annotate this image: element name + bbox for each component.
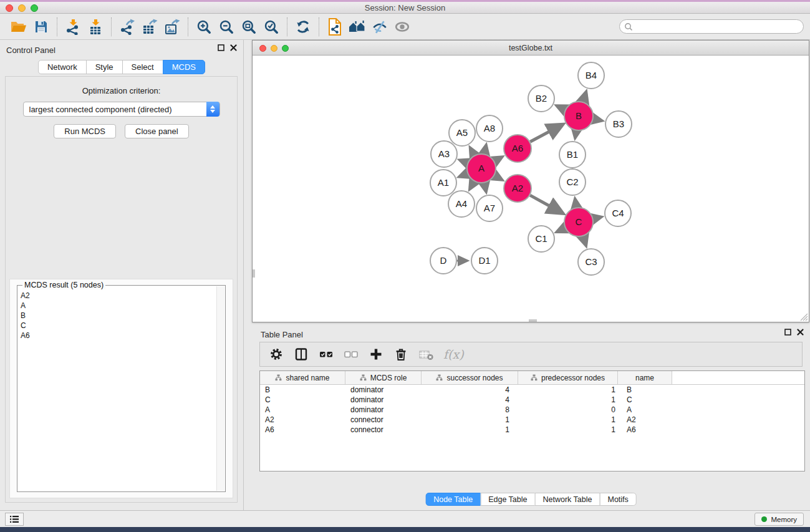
tab-node-table[interactable]: Node Table <box>425 493 481 506</box>
mcds-result-item[interactable]: C <box>21 321 225 331</box>
tab-select[interactable]: Select <box>122 60 163 74</box>
graph-node-C1[interactable]: C1 <box>528 226 554 252</box>
network-canvas[interactable]: AA1A2A3A4A5A6A7A8BB1B2B3B4CC1C2C3C4DD1 <box>253 56 809 322</box>
zoom-out-icon[interactable] <box>215 17 238 37</box>
open-file-icon[interactable] <box>7 17 30 37</box>
refresh-icon[interactable] <box>292 17 314 37</box>
export-network-icon[interactable] <box>116 17 138 37</box>
resize-grip[interactable] <box>800 313 808 321</box>
import-table-icon[interactable] <box>84 17 107 37</box>
graph-edge-B-B3[interactable] <box>594 119 602 121</box>
tab-network-table[interactable]: Network Table <box>535 493 600 506</box>
table-cell[interactable]: dominator <box>345 395 422 404</box>
graph-edge-A-A1[interactable] <box>460 173 467 177</box>
table-row[interactable]: Bdominator41B <box>260 385 804 395</box>
canvas-horizontal-scrollbar[interactable] <box>529 319 537 322</box>
graph-edge-C-C1[interactable] <box>557 228 566 232</box>
float-table-panel-icon[interactable] <box>784 329 791 336</box>
graph-node-B3[interactable]: B3 <box>605 111 632 137</box>
graph-node-A[interactable]: A <box>467 154 496 183</box>
show-panels-button[interactable] <box>5 513 24 526</box>
zoom-in-icon[interactable] <box>193 17 215 37</box>
mcds-result-item[interactable]: B <box>21 311 225 321</box>
graph-node-A2[interactable]: A2 <box>504 175 531 202</box>
table-cell[interactable]: connector <box>345 415 422 424</box>
graph-node-B2[interactable]: B2 <box>528 85 554 112</box>
graph-edge-A-A2[interactable] <box>494 176 502 180</box>
graph-node-A4[interactable]: A4 <box>448 191 475 217</box>
hide-details-icon[interactable] <box>369 17 391 37</box>
graph-edge-C-C3[interactable] <box>583 236 586 245</box>
result-list-scrollbar[interactable] <box>216 286 224 491</box>
graph-node-A5[interactable]: A5 <box>449 120 475 146</box>
graph-edge-A-A7[interactable] <box>485 183 486 191</box>
graph-edge-C-C2[interactable] <box>575 200 576 208</box>
graph-edge-A2-C[interactable] <box>530 195 562 213</box>
table-settings-gear-icon[interactable] <box>266 345 286 364</box>
memory-button[interactable]: Memory <box>755 513 804 526</box>
graph-edge-A-A8[interactable] <box>485 145 486 153</box>
table-row[interactable]: A2connector11A2 <box>260 415 804 425</box>
graph-node-A1[interactable]: A1 <box>430 170 456 196</box>
graph-edge-A-A6[interactable] <box>494 157 502 161</box>
graph-node-A6[interactable]: A6 <box>504 135 531 162</box>
table-cell[interactable]: dominator <box>345 385 422 394</box>
tab-motifs[interactable]: Motifs <box>599 493 636 506</box>
tab-network[interactable]: Network <box>38 60 87 74</box>
import-network-icon[interactable] <box>62 17 84 37</box>
home-layout-icon[interactable] <box>346 17 369 37</box>
export-table-icon[interactable] <box>138 17 161 37</box>
table-cell[interactable]: 4 <box>422 395 518 404</box>
graph-edge-A-A4[interactable] <box>470 181 475 189</box>
column-header-successor-nodes[interactable]: successor nodes <box>422 371 518 384</box>
zoom-fit-icon[interactable] <box>238 17 260 37</box>
tab-style[interactable]: Style <box>86 60 123 74</box>
tab-mcds[interactable]: MCDS <box>163 60 205 74</box>
run-mcds-button[interactable]: Run MCDS <box>54 124 116 138</box>
close-panel-button[interactable]: Close panel <box>125 124 189 138</box>
table-cell[interactable]: 8 <box>422 405 518 414</box>
close-table-panel-icon[interactable] <box>797 329 804 336</box>
graph-node-A8[interactable]: A8 <box>476 115 503 142</box>
graph-node-A3[interactable]: A3 <box>431 141 457 167</box>
zoom-selected-icon[interactable] <box>260 17 282 37</box>
graph-node-A7[interactable]: A7 <box>476 195 503 221</box>
network-file-icon[interactable] <box>324 17 346 37</box>
delete-column-icon[interactable] <box>391 345 411 364</box>
graph-node-C4[interactable]: C4 <box>605 200 631 226</box>
graph-node-B4[interactable]: B4 <box>578 62 604 89</box>
column-header-shared-name[interactable]: shared name <box>260 371 345 384</box>
table-cell[interactable]: B <box>618 385 672 394</box>
graph-edge-A-A5[interactable] <box>470 148 474 155</box>
table-cell[interactable]: connector <box>345 425 422 434</box>
search-box[interactable] <box>619 19 804 34</box>
column-header-predecessor-nodes[interactable]: predecessor nodes <box>518 371 618 384</box>
search-input[interactable] <box>633 21 803 32</box>
graph-edge-B-B2[interactable] <box>557 106 565 110</box>
network-window-titlebar[interactable]: testGlobe.txt <box>253 41 809 56</box>
table-cell[interactable]: 1 <box>422 425 518 434</box>
mcds-result-item[interactable]: A <box>21 301 225 311</box>
canvas-vertical-scrollbar[interactable] <box>253 269 255 278</box>
table-cell[interactable]: A6 <box>618 425 672 434</box>
graph-node-C3[interactable]: C3 <box>578 249 604 275</box>
create-column-icon[interactable] <box>366 345 386 364</box>
graph-node-D1[interactable]: D1 <box>471 248 498 274</box>
unselect-all-columns-icon[interactable] <box>341 345 361 364</box>
close-panel-icon[interactable] <box>230 44 237 51</box>
table-cell[interactable]: 0 <box>518 405 618 414</box>
float-panel-icon[interactable] <box>218 44 224 51</box>
graph-node-D[interactable]: D <box>430 248 456 274</box>
graph-edge-C-C4[interactable] <box>593 217 600 219</box>
table-cell[interactable]: A2 <box>260 415 345 424</box>
column-header-MCDS-role[interactable]: MCDS role <box>345 371 422 384</box>
table-cell[interactable]: A6 <box>260 425 345 434</box>
graph-node-C[interactable]: C <box>564 208 593 236</box>
column-header-name[interactable]: name <box>618 371 672 384</box>
show-column-panel-icon[interactable] <box>291 345 311 364</box>
save-session-icon[interactable] <box>30 17 52 37</box>
table-cell[interactable]: C <box>618 395 672 404</box>
table-cell[interactable]: C <box>260 395 345 404</box>
table-cell[interactable]: 1 <box>518 385 618 394</box>
table-cell[interactable]: B <box>260 385 345 394</box>
